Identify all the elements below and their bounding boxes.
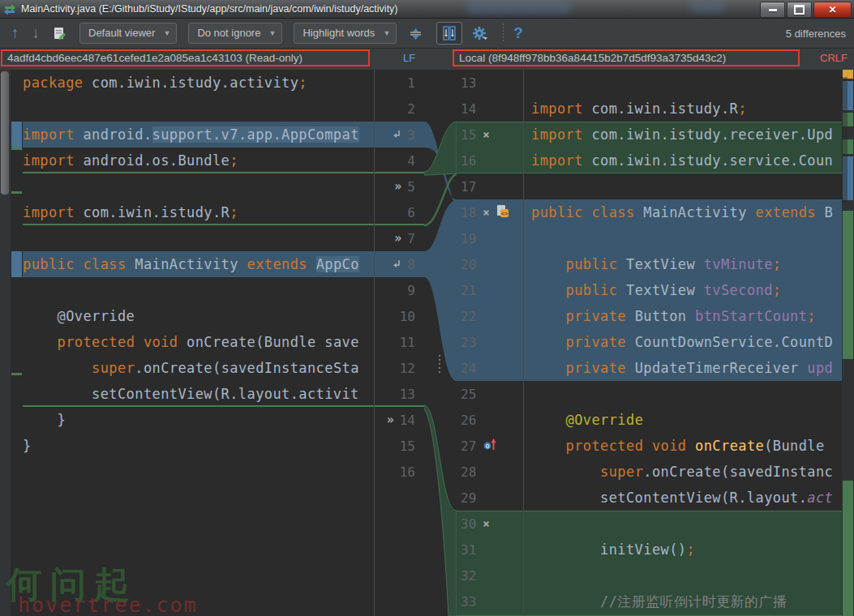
code-line[interactable]: @Override (23, 303, 374, 329)
code-line[interactable] (23, 96, 374, 122)
gutter-row: 23 (457, 329, 523, 355)
left-scrollbar[interactable] (0, 70, 11, 616)
left-stripe-marker-green (11, 191, 22, 194)
code-segment (531, 360, 566, 376)
code-segment: initView() (531, 541, 686, 558)
code-line[interactable] (524, 70, 842, 96)
code-line[interactable] (524, 381, 842, 407)
code-segment (686, 438, 695, 454)
gutter-row: 26 (457, 407, 523, 433)
right-pane-title-annotation: Local (8f948ff978bb36a84415b2b7d5df93a37… (453, 49, 800, 66)
taskbar-glow-2 (689, 2, 726, 13)
right-stripe-marker-green[interactable] (843, 211, 853, 359)
next-difference-button[interactable]: ↓ (32, 24, 41, 42)
code-segment: class (591, 204, 634, 220)
viewer-dropdown[interactable]: Default viewer ▼ (79, 23, 177, 44)
code-line[interactable]: super.onCreate(savedInstanceSta (23, 355, 374, 381)
help-button[interactable]: ? (513, 24, 523, 42)
code-segment: CountDownService.CountD (626, 334, 833, 350)
code-line[interactable]: private CountDownService.CountD (524, 329, 842, 355)
close-icon: ✕ (828, 5, 836, 15)
line-number: 25 (461, 387, 476, 402)
code-line[interactable]: public class MainActivity extends AppCo (23, 251, 374, 277)
right-scrollbar-thumb[interactable] (842, 77, 848, 203)
code-segment: tvMinute (704, 256, 773, 272)
line-number: 4 (407, 153, 415, 169)
gutter-row: 10 (374, 303, 424, 329)
code-line[interactable] (524, 563, 842, 588)
code-segment: super (92, 360, 135, 376)
code-line[interactable]: initView(); (524, 537, 842, 563)
line-number: 10 (400, 309, 415, 324)
side-by-side-viewer-button[interactable] (436, 22, 462, 45)
code-line[interactable]: } (23, 433, 374, 459)
line-number: 6 (407, 205, 415, 220)
line-number: 1 (407, 75, 415, 91)
code-segment: import (23, 126, 75, 143)
left-line-ending-badge[interactable]: LF (403, 52, 415, 64)
code-line[interactable]: private Button btnStartCount; (524, 303, 842, 329)
diff-change-x-icon[interactable]: × (483, 207, 489, 218)
code-line[interactable]: public class MainActivity extends B (524, 199, 842, 225)
code-line[interactable] (23, 225, 374, 251)
code-segment: act (807, 490, 833, 506)
line-number: 31 (461, 542, 476, 558)
code-line[interactable]: private UpdateTimerReceiver upd (524, 355, 842, 381)
gutter-row: 33 (457, 588, 523, 614)
close-button[interactable]: ✕ (813, 2, 852, 18)
line-number: 21 (461, 283, 476, 298)
code-line[interactable]: import com.iwin.istudy.receiver.Upd (524, 122, 842, 148)
gutter-row: 1 (374, 70, 424, 96)
code-line[interactable]: import com.iwin.istudy.service.Coun (524, 148, 842, 173)
line-number: 14 (400, 413, 415, 428)
diff-change-x-icon[interactable]: × (483, 129, 489, 140)
code-line[interactable]: protected void onCreate(Bundle save (23, 329, 374, 355)
code-line[interactable]: package com.iwin.istudy.activity; (23, 70, 374, 96)
diff-change-x-icon[interactable]: × (483, 518, 489, 529)
code-line[interactable] (23, 173, 374, 199)
collapse-unchanged-button[interactable] (408, 26, 423, 41)
edit-source-button[interactable] (53, 27, 67, 41)
highlight-mode-dropdown[interactable]: Highlight words ▼ (294, 23, 397, 44)
maximize-icon (794, 5, 805, 15)
splitter-drag-handle[interactable] (438, 355, 441, 375)
left-scrollbar-thumb[interactable] (1, 71, 9, 195)
right-error-stripe[interactable] (842, 70, 854, 616)
code-line[interactable]: setContentView(R.layout.activit (23, 381, 374, 407)
code-line[interactable]: setContentView(R.layout.act (524, 485, 842, 511)
ignore-policy-dropdown[interactable]: Do not ignore ▼ (188, 23, 282, 44)
code-line[interactable] (23, 277, 374, 303)
code-line[interactable]: protected void onCreate(Bundle (524, 433, 842, 459)
left-code-pane[interactable]: package com.iwin.istudy.activity;import … (23, 70, 374, 616)
settings-button[interactable] (472, 26, 488, 41)
code-segment: ; (738, 101, 747, 117)
code-line[interactable]: public TextView tvSecond; (524, 277, 842, 303)
code-line[interactable]: super.onCreate(savedInstanc (524, 459, 842, 485)
code-line[interactable]: @Override (524, 407, 842, 433)
folded-region-icon[interactable]: » (394, 181, 401, 193)
code-line[interactable] (524, 511, 842, 537)
previous-difference-button[interactable]: ↑ (11, 24, 19, 42)
right-stripe-marker-green[interactable] (843, 481, 853, 616)
code-line[interactable]: //注册监听倒计时更新的广播 (524, 588, 842, 614)
code-segment: ; (230, 204, 238, 220)
overrides-method-icon[interactable]: o (483, 438, 498, 454)
code-line[interactable]: public TextView tvMinute; (524, 251, 842, 277)
code-line[interactable] (23, 459, 374, 485)
folded-region-icon[interactable]: » (394, 233, 401, 245)
folded-region-icon[interactable]: » (387, 414, 394, 426)
code-line[interactable]: } (23, 407, 374, 433)
right-code-pane[interactable]: import com.iwin.istudy.R;import com.iwin… (524, 70, 842, 616)
minimize-button[interactable] (760, 2, 785, 18)
code-line[interactable]: import android.support.v7.app.AppCompat (23, 122, 374, 148)
code-line[interactable]: import com.iwin.istudy.R; (524, 96, 842, 122)
differences-count: 5 differences (786, 28, 846, 40)
maximize-button[interactable] (787, 2, 812, 18)
code-line[interactable] (524, 173, 842, 199)
line-number: 18 (461, 205, 476, 220)
code-line[interactable] (524, 225, 842, 251)
code-line[interactable]: import com.iwin.istudy.R; (23, 199, 374, 225)
right-line-ending-badge[interactable]: CRLF (820, 52, 848, 64)
highlight-mode-value: Highlight words (303, 27, 375, 39)
code-line[interactable]: import android.os.Bundle; (23, 148, 374, 173)
